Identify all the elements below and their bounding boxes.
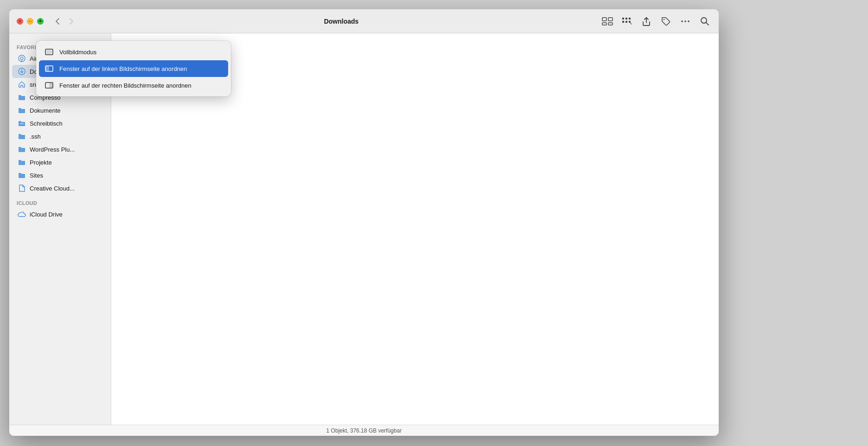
tag-icon[interactable] bbox=[659, 15, 672, 28]
search-icon[interactable] bbox=[698, 15, 711, 28]
sidebar-item-label: Projekte bbox=[30, 159, 52, 166]
toolbar: Downloads bbox=[9, 9, 719, 33]
icloud-icon bbox=[18, 210, 26, 218]
folder-wordpress-icon bbox=[18, 145, 26, 153]
sidebar-item-label: Dokumente bbox=[30, 107, 60, 114]
folder-sites-icon bbox=[18, 171, 26, 179]
folder-projekte-icon bbox=[18, 158, 26, 166]
svg-rect-18 bbox=[20, 123, 24, 124]
grid-view-icon[interactable] bbox=[620, 15, 633, 28]
sidebar-item-projekte[interactable]: Projekte bbox=[12, 156, 108, 169]
folder-ssh-icon bbox=[18, 132, 26, 140]
dropdown-menu: Vollbildmodus Fenster auf der linken Bil… bbox=[36, 41, 231, 96]
svg-rect-9 bbox=[629, 21, 631, 23]
svg-point-16 bbox=[20, 57, 23, 60]
svg-point-13 bbox=[688, 20, 689, 22]
sidebar-item-label: iCloud Drive bbox=[30, 211, 63, 218]
sidebar-item-ssh[interactable]: .ssh bbox=[12, 130, 108, 143]
sidebar-item-schreibtisch[interactable]: Schreibtisch bbox=[12, 117, 108, 130]
svg-rect-24 bbox=[49, 83, 53, 88]
sidebar-item-label: WordPress Plu... bbox=[30, 146, 75, 153]
svg-rect-8 bbox=[625, 21, 627, 23]
sidebar-item-icloud-drive[interactable]: iCloud Drive bbox=[12, 208, 108, 221]
svg-rect-1 bbox=[608, 18, 613, 21]
sidebar-item-label: Creative Cloud... bbox=[30, 185, 75, 192]
sidebar-item-label: Schreibtisch bbox=[30, 120, 63, 127]
view-switcher-icon[interactable] bbox=[601, 15, 614, 28]
minimize-button[interactable] bbox=[27, 18, 33, 25]
menu-item-label: Fenster auf der rechten Bildschirmseite … bbox=[59, 82, 191, 89]
svg-rect-5 bbox=[625, 18, 627, 19]
share-icon[interactable] bbox=[640, 15, 653, 28]
forward-button[interactable] bbox=[65, 15, 78, 28]
snap-right-menu-icon bbox=[45, 81, 54, 90]
menu-item-fullscreen[interactable]: Vollbildmodus bbox=[39, 44, 228, 60]
menu-item-snap-right[interactable]: Fenster auf der rechten Bildschirmseite … bbox=[39, 77, 228, 94]
sidebar-section-icloud: iCloud bbox=[9, 198, 111, 208]
downloads-icon bbox=[18, 67, 26, 76]
more-options-icon[interactable] bbox=[679, 15, 692, 28]
folder-dokumente-icon bbox=[18, 106, 26, 115]
close-button[interactable] bbox=[17, 18, 23, 25]
fullscreen-button[interactable] bbox=[37, 18, 44, 25]
svg-rect-2 bbox=[602, 23, 606, 25]
sidebar-item-dokumente[interactable]: Dokumente bbox=[12, 104, 108, 117]
fullscreen-menu-icon bbox=[45, 47, 54, 57]
window-title: Downloads bbox=[85, 18, 597, 25]
svg-rect-20 bbox=[46, 50, 52, 54]
sidebar-item-creative-cloud[interactable]: Creative Cloud... bbox=[12, 182, 108, 195]
svg-point-10 bbox=[664, 19, 664, 19]
svg-rect-3 bbox=[608, 23, 613, 25]
status-text: 1 Objekt, 376.18 GB verfügbar bbox=[326, 427, 402, 434]
sidebar-item-label: Sites bbox=[30, 172, 43, 179]
back-button[interactable] bbox=[51, 15, 64, 28]
menu-item-label: Fenster auf der linken Bildschirmseite a… bbox=[59, 65, 187, 72]
sidebar-item-sites[interactable]: Sites bbox=[12, 169, 108, 182]
svg-point-11 bbox=[681, 20, 683, 22]
nav-buttons bbox=[51, 15, 78, 28]
sidebar-item-label: .ssh bbox=[30, 133, 41, 140]
folder-schreibtisch-icon bbox=[18, 119, 26, 127]
toolbar-right bbox=[601, 15, 711, 28]
menu-item-snap-left[interactable]: Fenster auf der linken Bildschirmseite a… bbox=[39, 60, 228, 77]
doc-icon bbox=[18, 184, 26, 192]
traffic-lights bbox=[17, 18, 44, 25]
svg-rect-22 bbox=[45, 66, 49, 71]
svg-rect-7 bbox=[622, 21, 624, 23]
airdrop-icon bbox=[18, 54, 26, 63]
status-bar: 1 Objekt, 376.18 GB verfügbar bbox=[9, 425, 719, 436]
snap-left-menu-icon bbox=[45, 64, 54, 73]
svg-point-12 bbox=[684, 20, 686, 22]
svg-rect-4 bbox=[622, 18, 624, 19]
home-icon bbox=[18, 80, 26, 89]
folder-icon bbox=[18, 93, 26, 102]
sidebar-item-wordpress[interactable]: WordPress Plu... bbox=[12, 143, 108, 156]
menu-item-label: Vollbildmodus bbox=[59, 49, 96, 56]
svg-rect-0 bbox=[602, 18, 606, 21]
svg-rect-6 bbox=[629, 18, 631, 19]
